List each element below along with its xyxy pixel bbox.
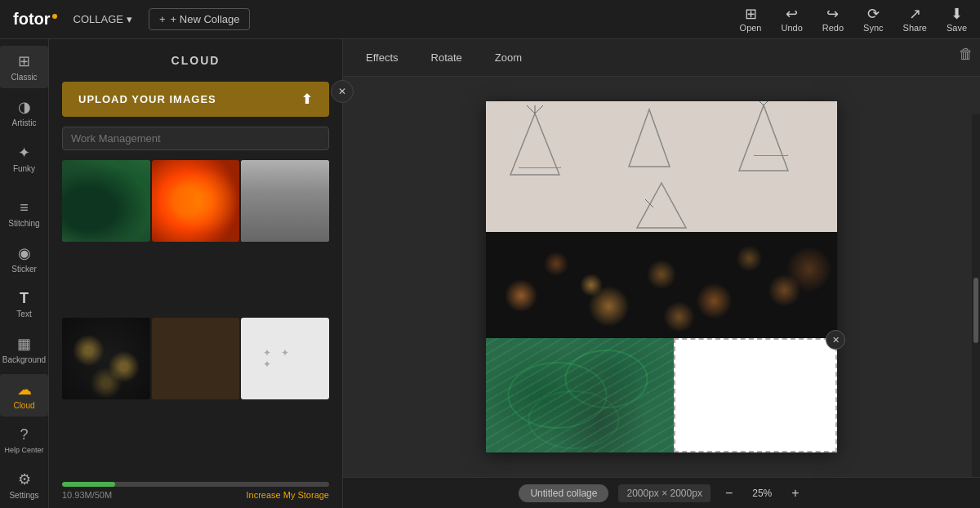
cloud-upload-icon: ⬆ [301, 91, 313, 107]
open-button[interactable]: ⊞ Open [740, 7, 762, 33]
logo-dot [52, 14, 57, 19]
zoom-button[interactable]: Zoom [488, 48, 528, 67]
sync-label: Sync [863, 23, 883, 33]
plant-decorations-svg [486, 101, 837, 232]
sidebar-item-help-label: Help Center [4, 446, 43, 454]
zoom-in-button[interactable]: + [786, 484, 804, 502]
canvas-row-bokeh [486, 232, 837, 338]
effects-label: Effects [366, 51, 399, 64]
rotate-label: Rotate [431, 51, 462, 64]
sync-button[interactable]: ⟳ Sync [863, 7, 883, 33]
share-icon: ↗ [909, 7, 921, 21]
bokeh-lights [486, 232, 837, 338]
sidebar-item-settings-label: Settings [9, 491, 38, 500]
open-label: Open [740, 23, 762, 33]
folder-input[interactable] [62, 127, 329, 150]
save-button[interactable]: ⬇ Save [947, 7, 967, 33]
sidebar-item-cloud[interactable]: ☁ Cloud [0, 374, 48, 417]
help-icon: ? [20, 426, 28, 443]
sticker-icon: ◉ [18, 244, 31, 262]
storage-bar-fill [62, 482, 115, 487]
svg-marker-8 [637, 183, 686, 228]
sidebar-item-text-label: Text [16, 310, 31, 319]
canvas-area: Effects Rotate Zoom 🗑 [343, 39, 980, 508]
canvas-dimensions: 2000px × 2000px [618, 484, 710, 502]
svg-line-2 [527, 105, 535, 114]
sidebar-item-background[interactable]: ▦ Background [0, 328, 48, 371]
artistic-icon: ◑ [18, 98, 31, 116]
background-icon: ▦ [17, 335, 31, 353]
svg-line-3 [535, 105, 543, 114]
thumbnail-dog[interactable] [241, 160, 329, 242]
sidebar-item-funky[interactable]: ✦ Funky [0, 137, 48, 180]
chevron-down-icon: ▾ [127, 13, 132, 25]
thumbnail-white[interactable] [241, 318, 329, 399]
canvas-row-bottom: ✕ [486, 338, 837, 452]
redo-button[interactable]: ↪ Redo [822, 7, 844, 33]
stitching-icon: ≡ [20, 199, 29, 216]
storage-used-label: 10.93M/50M [62, 490, 112, 500]
sidebar-item-help[interactable]: ? Help Center [1, 420, 47, 461]
sidebar-item-artistic-label: Artistic [12, 118, 37, 127]
collage-name[interactable]: Untitled collage [519, 484, 608, 502]
left-sidebar: ⊞ Classic ◑ Artistic ✦ Funky ≡ Stitching… [0, 39, 49, 508]
redo-icon: ↪ [826, 7, 839, 21]
upload-label: UPLOAD YOUR IMAGES [78, 93, 216, 105]
undo-button[interactable]: ↩ Undo [782, 7, 803, 33]
sidebar-item-stitching[interactable]: ≡ Stitching [0, 193, 48, 234]
zoom-out-button[interactable]: − [720, 484, 737, 502]
upload-images-button[interactable]: UPLOAD YOUR IMAGES ⬆ [62, 82, 329, 117]
collage-menu-button[interactable]: COLLAGE ▾ [67, 10, 139, 29]
effects-button[interactable]: Effects [359, 48, 405, 67]
cloud-panel: CLOUD UPLOAD YOUR IMAGES ⬆ 10.93M/50M In… [49, 39, 343, 508]
storage-bar-bg [62, 482, 329, 487]
sidebar-item-settings[interactable]: ⚙ Settings [1, 464, 47, 506]
thumbnail-leaves[interactable] [62, 160, 150, 242]
sidebar-item-stitching-label: Stitching [8, 219, 39, 228]
storage-label-row: 10.93M/50M Increase My Storage [62, 490, 329, 500]
rotate-button[interactable]: Rotate [425, 48, 469, 67]
svg-marker-5 [739, 105, 788, 171]
sidebar-item-artistic[interactable]: ◑ Artistic [0, 91, 48, 134]
remove-cell-button[interactable]: ✕ [826, 330, 845, 350]
leaves-pattern [486, 338, 674, 452]
sidebar-item-classic[interactable]: ⊞ Classic [0, 46, 48, 88]
thumbnail-gold[interactable] [62, 318, 150, 399]
panel-close-button[interactable]: ✕ [331, 80, 354, 103]
zoom-label: Zoom [495, 51, 522, 64]
zoom-percentage: 25% [747, 488, 777, 499]
svg-line-7 [764, 101, 772, 105]
new-collage-label: + New Collage [171, 13, 240, 25]
thumbnail-orange[interactable] [152, 160, 240, 242]
canvas-row-top [486, 101, 837, 232]
sidebar-item-sticker-label: Sticker [11, 265, 37, 274]
new-collage-button[interactable]: + + New Collage [149, 8, 251, 30]
text-icon: T [20, 290, 29, 307]
collage-label: COLLAGE [74, 13, 123, 25]
main-area: ⊞ Classic ◑ Artistic ✦ Funky ≡ Stitching… [0, 39, 980, 508]
svg-line-6 [755, 101, 764, 105]
share-button[interactable]: ↗ Share [903, 7, 927, 33]
images-grid [49, 160, 342, 474]
svg-marker-0 [510, 114, 559, 175]
settings-icon: ⚙ [18, 470, 31, 488]
increase-storage-label: Increase My Storage [247, 490, 330, 500]
sidebar-item-text[interactable]: T Text [0, 283, 48, 325]
delete-icon[interactable]: 🗑 [959, 46, 973, 63]
scroll-thumb[interactable] [973, 278, 978, 343]
increase-storage-button[interactable]: Increase My Storage [247, 490, 330, 500]
storage-bar-section: 10.93M/50M Increase My Storage [49, 474, 342, 508]
svg-marker-4 [629, 109, 670, 167]
sidebar-item-background-label: Background [2, 355, 46, 364]
app-logo: fotor [13, 10, 57, 29]
sidebar-bottom: ? Help Center ⚙ Settings [1, 420, 47, 508]
thumbnail-dark[interactable] [152, 318, 240, 399]
canvas-empty-cell[interactable]: ✕ [674, 338, 837, 452]
sidebar-item-cloud-label: Cloud [13, 401, 34, 410]
canvas-scrollbar[interactable] [972, 114, 980, 477]
canvas-wrapper: ✕ [343, 77, 980, 477]
canvas-leaves-cell[interactable] [486, 338, 674, 452]
secondary-toolbar: Effects Rotate Zoom 🗑 [343, 39, 980, 77]
redo-label: Redo [822, 23, 844, 33]
sidebar-item-sticker[interactable]: ◉ Sticker [0, 238, 48, 280]
